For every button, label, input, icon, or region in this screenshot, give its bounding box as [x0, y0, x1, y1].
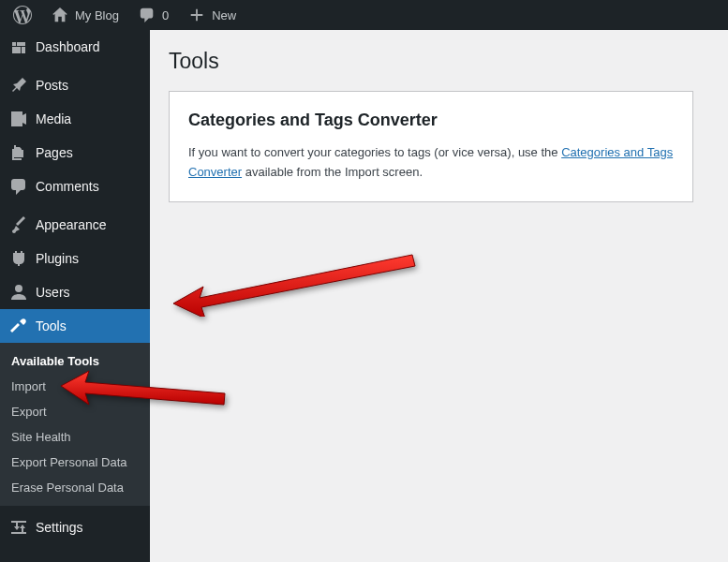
annotation-arrow-tools	[173, 253, 417, 320]
menu-media[interactable]: Media	[0, 102, 150, 136]
wordpress-logo-icon	[13, 6, 32, 24]
wp-logo-menu[interactable]	[6, 0, 39, 30]
media-icon	[9, 110, 28, 128]
pin-icon	[9, 76, 28, 95]
new-content-menu[interactable]: New	[180, 0, 244, 30]
menu-label: Posts	[36, 78, 68, 93]
menu-label: Settings	[36, 520, 83, 535]
submenu-erase-personal-data[interactable]: Erase Personal Data	[0, 475, 150, 500]
menu-label: Plugins	[36, 251, 79, 266]
dashboard-icon	[9, 37, 28, 56]
menu-pages[interactable]: Pages	[0, 136, 150, 170]
submenu-import[interactable]: Import	[0, 374, 150, 399]
menu-label: Tools	[36, 318, 67, 333]
submenu-site-health[interactable]: Site Health	[0, 424, 150, 450]
menu-plugins[interactable]: Plugins	[0, 242, 150, 275]
comments-menu[interactable]: 0	[130, 0, 176, 30]
submenu-available-tools[interactable]: Available Tools	[0, 348, 150, 374]
admin-sidebar: Dashboard Posts Media Pages Comments App…	[0, 30, 150, 562]
menu-label: Users	[36, 285, 70, 300]
page-title: Tools	[169, 49, 709, 74]
site-name-menu[interactable]: My Blog	[43, 0, 126, 30]
main-content: Tools Categories and Tags Converter If y…	[150, 30, 728, 562]
card-description: If you want to convert your categories t…	[188, 143, 674, 183]
settings-icon	[9, 518, 28, 537]
wrench-icon	[9, 317, 28, 335]
menu-label: Appearance	[36, 217, 107, 232]
submenu-export[interactable]: Export	[0, 399, 150, 424]
comment-icon	[138, 6, 156, 24]
menu-comments[interactable]: Comments	[0, 170, 150, 203]
menu-settings[interactable]: Settings	[0, 510, 150, 544]
plus-icon	[187, 6, 206, 24]
pages-icon	[9, 143, 28, 162]
menu-users[interactable]: Users	[0, 275, 150, 309]
users-icon	[9, 283, 28, 302]
menu-label: Comments	[36, 179, 99, 194]
tools-submenu: Available Tools Import Export Site Healt…	[0, 343, 150, 506]
new-label: New	[212, 8, 236, 22]
menu-appearance[interactable]: Appearance	[0, 208, 150, 242]
menu-dashboard[interactable]: Dashboard	[0, 30, 150, 64]
svg-marker-1	[173, 255, 415, 317]
card-text-after: available from the Import screen.	[242, 165, 423, 179]
menu-label: Pages	[36, 145, 73, 160]
comments-count: 0	[162, 8, 169, 22]
converter-card: Categories and Tags Converter If you wan…	[169, 91, 693, 202]
comments-icon	[9, 177, 28, 196]
menu-tools[interactable]: Tools	[0, 309, 150, 343]
menu-posts[interactable]: Posts	[0, 68, 150, 102]
submenu-export-personal-data[interactable]: Export Personal Data	[0, 450, 150, 475]
svg-point-0	[15, 285, 22, 292]
menu-label: Media	[36, 111, 71, 126]
brush-icon	[9, 215, 28, 234]
site-name-label: My Blog	[75, 8, 119, 22]
admin-bar: My Blog 0 New	[0, 0, 728, 30]
menu-label: Dashboard	[36, 39, 100, 54]
card-text-before: If you want to convert your categories t…	[188, 145, 561, 159]
plugin-icon	[9, 249, 28, 268]
card-heading: Categories and Tags Converter	[188, 111, 674, 130]
home-icon	[51, 6, 69, 24]
